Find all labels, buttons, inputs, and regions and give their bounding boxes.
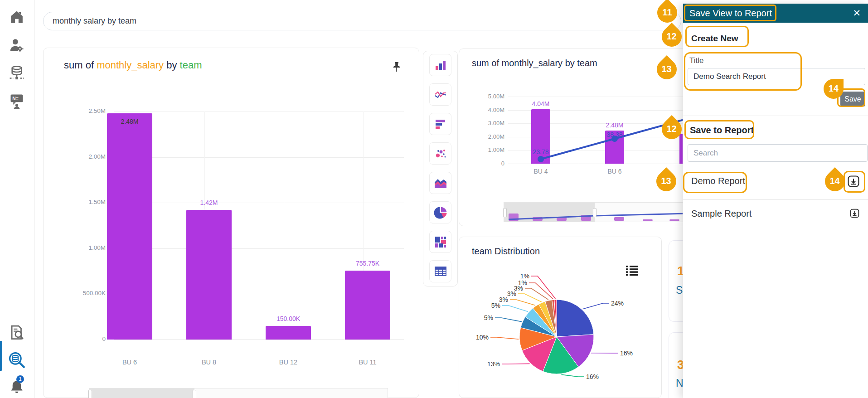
area-chart-icon[interactable]	[429, 172, 451, 194]
y-axis-tick: 1.50M	[64, 199, 106, 205]
save-view-panel: Save View to Report ✕ Create New Title S…	[683, 4, 868, 398]
report-search-input[interactable]	[688, 144, 868, 162]
create-new-heading: Create New	[691, 34, 738, 44]
bar-BU 8[interactable]	[186, 210, 232, 340]
bar-chart-title: sum of monthly_salary by team	[64, 59, 202, 71]
title-part: sum of	[64, 59, 94, 71]
close-icon[interactable]: ✕	[853, 8, 861, 19]
bar-chart-panel: sum of monthly_salary by team 2.50M2.00M…	[43, 48, 419, 398]
gridline	[114, 112, 404, 112]
pie-slice-24%	[557, 300, 594, 337]
title-field-label: Title	[689, 56, 704, 65]
line-point-label: 38.38	[596, 131, 633, 138]
pie-slice-label: 10%	[476, 334, 489, 341]
line-chart-icon[interactable]	[429, 83, 451, 106]
y-axis-tick: 2.00M	[468, 133, 504, 140]
title-part: by	[166, 59, 177, 71]
save-to-report-icon[interactable]	[849, 208, 860, 220]
save-to-report-heading: Save to Report	[690, 125, 754, 136]
bar-value-label: 2.48M	[102, 118, 157, 125]
combo-nav-handle-left[interactable]	[503, 208, 507, 217]
x-axis-label: BU 6	[102, 359, 157, 366]
save-button[interactable]: Save	[840, 92, 865, 107]
table-icon[interactable]	[429, 260, 451, 282]
pie-slice-label: 5%	[484, 314, 493, 321]
notification-count-badge: 1	[16, 375, 24, 383]
save-view-panel-title: Save View to Report	[689, 8, 772, 19]
y-axis-tick: 1.00M	[64, 244, 106, 251]
query-log-icon[interactable]	[7, 323, 27, 343]
y-axis-tick: 3.00M	[468, 120, 504, 126]
home-icon[interactable]	[7, 7, 27, 27]
x-axis-label: BU 6	[592, 168, 637, 175]
search-data-icon[interactable]	[7, 350, 27, 370]
navigator-selection[interactable]	[89, 388, 194, 398]
x-axis-label: BU 8	[182, 359, 236, 366]
divider	[683, 167, 868, 167]
data-sources-icon[interactable]	[7, 63, 27, 83]
bar-BU 12[interactable]	[266, 326, 311, 340]
scatter-plot-icon[interactable]	[429, 142, 451, 165]
sidebar: N= 1	[0, 0, 34, 398]
y-axis-tick: 4.00M	[468, 107, 504, 113]
divider	[683, 116, 868, 116]
navigator-handle-right[interactable]	[193, 390, 196, 398]
combo-chart-title: sum of monthly_salary by team	[472, 58, 597, 68]
x-axis-label: BU 4	[518, 168, 563, 175]
pie-chart[interactable]: 24%16%16%13%10%5%5%3%3%3%1%1%	[459, 262, 662, 398]
x-axis-label: BU 12	[261, 359, 315, 366]
report-row-sample[interactable]: Sample Report	[691, 209, 752, 219]
divider	[683, 199, 868, 200]
combo-nav-handle-right[interactable]	[593, 208, 596, 217]
y-axis-tick: 5.00M	[468, 93, 504, 100]
pie-slice-label: 1%	[520, 272, 529, 280]
y-axis-tick: 2.00M	[64, 153, 106, 160]
title-part-measure: monthly_salary	[97, 59, 164, 71]
search-input[interactable]: monthly salary by team	[43, 12, 681, 30]
combo-bar-value-label: 2.48M	[592, 121, 637, 129]
pie-slice-label: 16%	[586, 373, 599, 380]
save-to-report-icon[interactable]	[846, 174, 861, 190]
bar-BU 6[interactable]	[107, 113, 152, 340]
gridline	[114, 248, 404, 249]
line-point-label: 23.78	[523, 148, 559, 155]
combo-navigator[interactable]	[504, 202, 687, 222]
search-query-text: monthly salary by team	[53, 16, 136, 26]
gridline	[114, 203, 404, 203]
column-chart-icon[interactable]	[429, 54, 451, 76]
y-axis-tick: 1.00M	[468, 146, 504, 153]
report-row-demo[interactable]: Demo Report	[691, 176, 745, 186]
bar-BU 11[interactable]	[345, 271, 390, 340]
horizontal-bar-chart-icon[interactable]	[429, 113, 451, 135]
navigator-handle-left[interactable]	[88, 390, 92, 398]
chart-scroll-navigator[interactable]	[89, 388, 388, 398]
title-part-dimension: team	[180, 59, 202, 71]
combo-chart-panel: sum of monthly_salary by team 5.00M4.00M…	[459, 49, 687, 226]
user-settings-icon[interactable]	[7, 35, 27, 55]
pie-slice-label: 1%	[518, 279, 527, 286]
pin-icon[interactable]	[392, 62, 402, 74]
combo-bar-value-label: 4.04M	[518, 100, 563, 107]
active-nav-indicator	[0, 341, 2, 371]
svg-text:N=: N=	[12, 96, 18, 101]
chart-type-rail	[423, 51, 458, 286]
gridline	[114, 340, 404, 340]
gridline	[284, 112, 284, 340]
pie-chart-title: team Distribution	[472, 246, 540, 257]
kpi-label: S	[676, 284, 683, 296]
nlp-training-icon[interactable]: N=	[7, 92, 27, 112]
pie-slice-label: 24%	[611, 300, 624, 307]
y-axis-tick: 0	[468, 160, 504, 167]
pie-chart-icon[interactable]	[429, 201, 451, 223]
y-axis-tick: 0	[64, 335, 106, 342]
y-axis-tick: 500.00K	[64, 290, 106, 296]
pie-slice-label: 13%	[487, 360, 500, 368]
bar-value-label: 755.75K	[340, 260, 395, 267]
annotation-badge-14: 14	[824, 79, 844, 99]
divider	[683, 231, 868, 231]
bar-value-label: 1.42M	[182, 199, 236, 206]
x-axis-label: BU 11	[340, 359, 395, 366]
pie-chart-panel: team Distribution 24%16%16%13%10%5%5%3%3…	[459, 237, 662, 398]
treemap-icon[interactable]	[429, 231, 451, 253]
gridline	[114, 157, 404, 158]
